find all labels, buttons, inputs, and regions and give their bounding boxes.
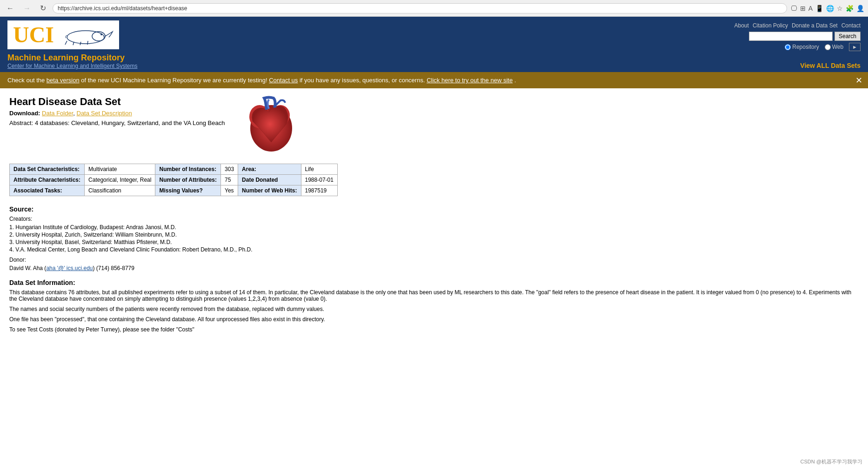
profile-icon: 👤 bbox=[856, 5, 864, 12]
announcement-banner: Check out the beta version of the new UC… bbox=[0, 72, 868, 88]
svg-point-2 bbox=[100, 33, 102, 35]
source-title: Source: bbox=[9, 205, 859, 213]
contact-us-link[interactable]: Contact us bbox=[269, 77, 298, 84]
label-number-instances: Number of Instances: bbox=[155, 164, 221, 175]
radio-web-label[interactable]: Web bbox=[825, 44, 843, 50]
header-top: UCI About Citation Policy Donate a Data … bbox=[0, 17, 868, 51]
dataset-info-p2: One file has been "processed", that one … bbox=[9, 316, 859, 323]
search-row: Search bbox=[749, 32, 861, 41]
search-input[interactable] bbox=[749, 32, 833, 41]
table-row: Associated Tasks: Classification Missing… bbox=[10, 185, 338, 196]
try-new-site-link[interactable]: Click here to try out the new site bbox=[427, 77, 513, 84]
banner-text-before: Check out the bbox=[7, 77, 47, 84]
download-line: Download: Data Folder, Data Set Descript… bbox=[9, 110, 225, 117]
beta-version-link[interactable]: beta version bbox=[47, 77, 80, 84]
label-number-attributes: Number of Attributes: bbox=[155, 175, 221, 185]
heart-image bbox=[243, 96, 299, 156]
table-row: Data Set Characteristics: Multivariate N… bbox=[10, 164, 338, 175]
label-attribute-characteristics: Attribute Characteristics: bbox=[10, 175, 85, 185]
value-date-donated: 1988-07-01 bbox=[301, 175, 337, 185]
svg-point-0 bbox=[67, 31, 104, 44]
site-subtitle: Center for Machine Learning and Intellig… bbox=[7, 63, 138, 69]
translate-icon: 🌐 bbox=[826, 5, 834, 12]
value-associated-tasks: Classification bbox=[85, 185, 155, 196]
creators-list: 1. Hungarian Institute of Cardiology, Bu… bbox=[9, 224, 859, 253]
value-attribute-characteristics: Categorical, Integer, Real bbox=[85, 175, 155, 185]
data-description-link[interactable]: Data Set Description bbox=[77, 110, 132, 117]
font-icon: A bbox=[808, 5, 813, 12]
anteater-logo bbox=[58, 23, 114, 46]
value-number-attributes: 75 bbox=[221, 175, 238, 185]
banner-close-button[interactable]: ✕ bbox=[855, 75, 862, 86]
refresh-button[interactable]: ↻ bbox=[37, 3, 49, 13]
browser-icons: 🖵 ⊞ A 📱 🌐 ☆ 🧩 👤 bbox=[791, 5, 864, 12]
site-title: Machine Learning Repository bbox=[7, 53, 138, 63]
table-row: Attribute Characteristics: Categorical, … bbox=[10, 175, 338, 185]
label-area: Area: bbox=[238, 164, 301, 175]
uci-logo-text: UCI bbox=[13, 24, 54, 46]
banner-text-end: . bbox=[514, 77, 516, 84]
donate-dataset-link[interactable]: Donate a Data Set bbox=[792, 22, 838, 29]
dataset-info-p3: To see Test Costs (donated by Peter Turn… bbox=[9, 326, 859, 333]
banner-text-middle: of the new UCI Machine Learning Reposito… bbox=[81, 77, 269, 84]
donor-email-link[interactable]: aha '@' ics.uci.edu bbox=[46, 265, 93, 271]
dataset-info-section: Data Set Information: This database cont… bbox=[9, 279, 859, 333]
monitor-icon: 🖵 bbox=[791, 5, 797, 12]
phone-icon: 📱 bbox=[815, 5, 823, 12]
list-item: 2. University Hospital, Zurich, Switzerl… bbox=[9, 231, 859, 238]
browser-chrome: ← → ↻ 🖵 ⊞ A 📱 🌐 ☆ 🧩 👤 bbox=[0, 0, 868, 17]
label-missing-values: Missing Values? bbox=[155, 185, 221, 196]
svg-point-1 bbox=[92, 32, 105, 41]
list-item: 3. University Hospital, Basel, Switzerla… bbox=[9, 239, 859, 245]
value-number-instances: 303 bbox=[221, 164, 238, 175]
title-section: Heart Disease Data Set Download: Data Fo… bbox=[9, 96, 225, 131]
header-links: About Citation Policy Donate a Data Set … bbox=[734, 22, 861, 29]
citation-policy-link[interactable]: Citation Policy bbox=[753, 22, 788, 29]
data-folder-link[interactable]: Data Folder bbox=[42, 110, 73, 117]
back-button[interactable]: ← bbox=[4, 3, 17, 13]
banner-text-after: if you have any issues, questions, or co… bbox=[300, 77, 427, 84]
radio-repository-label[interactable]: Repository bbox=[785, 44, 819, 50]
about-link[interactable]: About bbox=[734, 22, 749, 29]
info-table: Data Set Characteristics: Multivariate N… bbox=[9, 164, 338, 196]
abstract-text: Abstract: 4 databases: Cleveland, Hungar… bbox=[9, 119, 225, 126]
value-data-set-characteristics: Multivariate bbox=[85, 164, 155, 175]
radio-row: Repository Web ► bbox=[785, 43, 861, 51]
label-data-set-characteristics: Data Set Characteristics: bbox=[10, 164, 85, 175]
list-item: 1. Hungarian Institute of Cardiology, Bu… bbox=[9, 224, 859, 231]
dataset-info-p0: This database contains 76 attributes, bu… bbox=[9, 289, 859, 302]
logo-area: UCI bbox=[7, 20, 119, 49]
creators-label: Creators: bbox=[9, 216, 859, 222]
dataset-info-p1: The names and social security numbers of… bbox=[9, 306, 859, 312]
site-title-area: Machine Learning Repository Center for M… bbox=[7, 53, 138, 69]
site-header: UCI About Citation Policy Donate a Data … bbox=[0, 17, 868, 72]
star-icon: ☆ bbox=[837, 5, 843, 12]
radio-repository[interactable] bbox=[785, 44, 791, 50]
dataset-info-title: Data Set Information: bbox=[9, 279, 859, 286]
main-content: Heart Disease Data Set Download: Data Fo… bbox=[0, 88, 868, 348]
go-button[interactable]: ► bbox=[849, 43, 861, 51]
title-row: Heart Disease Data Set Download: Data Fo… bbox=[9, 96, 859, 156]
address-bar[interactable] bbox=[53, 3, 787, 13]
source-section: Source: Creators: 1. Hungarian Institute… bbox=[9, 205, 859, 271]
forward-button[interactable]: → bbox=[20, 3, 33, 13]
label-date-donated: Date Donated bbox=[238, 175, 301, 185]
value-web-hits: 1987519 bbox=[301, 185, 337, 196]
radio-web[interactable] bbox=[825, 44, 831, 50]
list-item: 4. V.A. Medical Center, Long Beach and C… bbox=[9, 246, 859, 253]
donor-info: David W. Aha (aha '@' ics.uci.edu) (714)… bbox=[9, 265, 859, 271]
view-all-link[interactable]: View ALL Data Sets bbox=[800, 62, 861, 69]
page-title: Heart Disease Data Set bbox=[9, 96, 225, 108]
header-right: About Citation Policy Donate a Data Set … bbox=[734, 20, 861, 51]
grid-icon: ⊞ bbox=[800, 5, 806, 12]
donor-label: Donor: bbox=[9, 257, 859, 263]
value-missing-values: Yes bbox=[221, 185, 238, 196]
contact-link[interactable]: Contact bbox=[841, 22, 861, 29]
label-associated-tasks: Associated Tasks: bbox=[10, 185, 85, 196]
value-area: Life bbox=[301, 164, 337, 175]
search-button[interactable]: Search bbox=[835, 32, 861, 41]
extensions-icon: 🧩 bbox=[846, 5, 854, 12]
header-title-area: Machine Learning Repository Center for M… bbox=[0, 51, 868, 72]
label-web-hits: Number of Web Hits: bbox=[238, 185, 301, 196]
